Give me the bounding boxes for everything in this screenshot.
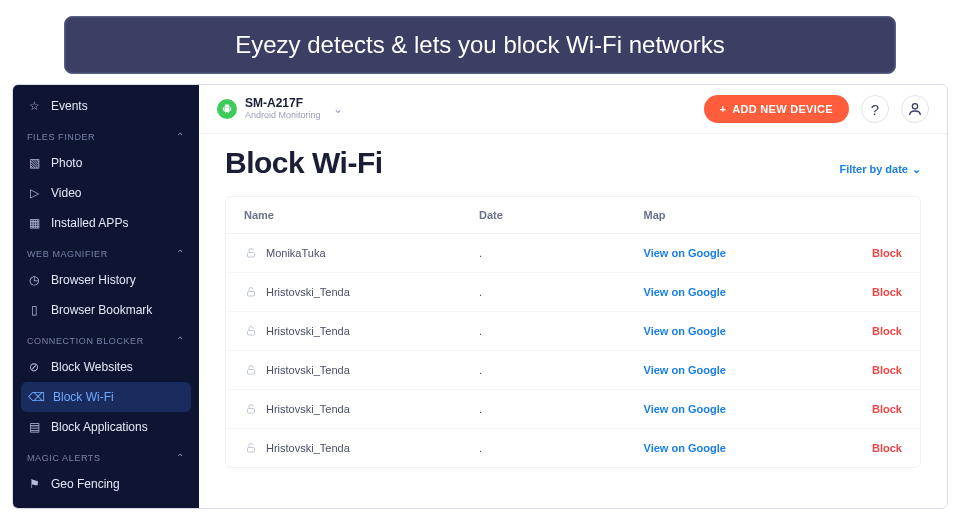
caption-banner: Eyezy detects & lets you block Wi-Fi net… bbox=[64, 16, 896, 74]
wifi-date: . bbox=[479, 364, 644, 376]
text-icon: Aa bbox=[27, 507, 41, 508]
sidebar-item-block-wifi[interactable]: ⌫ Block Wi-Fi bbox=[21, 382, 191, 412]
device-subtitle: Android Monitoring bbox=[245, 111, 321, 121]
wifi-icon: ⌫ bbox=[29, 390, 43, 404]
view-on-google-link[interactable]: View on Google bbox=[644, 403, 832, 415]
wifi-date: . bbox=[479, 247, 644, 259]
svg-point-0 bbox=[912, 104, 917, 109]
view-on-google-link[interactable]: View on Google bbox=[644, 442, 832, 454]
sidebar: ☆ Events FILES FINDER ⌃ ▧ Photo ▷ Video … bbox=[13, 85, 199, 508]
table-row: Hristovski_Tenda . View on Google Block bbox=[226, 429, 920, 467]
sidebar-item-browser-history[interactable]: ◷ Browser History bbox=[13, 265, 199, 295]
block-link[interactable]: Block bbox=[832, 364, 903, 376]
play-icon: ▷ bbox=[27, 186, 41, 200]
sidebar-item-label: Browser History bbox=[51, 273, 136, 287]
col-date: Date bbox=[479, 209, 644, 221]
android-icon bbox=[217, 99, 237, 119]
block-link[interactable]: Block bbox=[832, 442, 903, 454]
sidebar-item-installed-apps[interactable]: ▦ Installed APPs bbox=[13, 208, 199, 238]
wifi-name: Hristovski_Tenda bbox=[266, 442, 350, 454]
wifi-table: Name Date Map MonikaTuka . View on Googl… bbox=[225, 196, 921, 468]
clock-icon: ◷ bbox=[27, 273, 41, 287]
filter-by-date[interactable]: Filter by date ⌄ bbox=[840, 163, 921, 176]
chevron-down-icon: ⌄ bbox=[333, 102, 343, 116]
sidebar-item-block-websites[interactable]: ⊘ Block Websites bbox=[13, 352, 199, 382]
sidebar-item-events[interactable]: ☆ Events bbox=[13, 91, 199, 121]
apps-icon: ▤ bbox=[27, 420, 41, 434]
sidebar-item-browser-bookmark[interactable]: ▯ Browser Bookmark bbox=[13, 295, 199, 325]
sidebar-item-label: Video bbox=[51, 186, 81, 200]
sidebar-item-label: Keyword tracking bbox=[51, 507, 143, 508]
sidebar-item-label: Installed APPs bbox=[51, 216, 128, 230]
app-frame: ☆ Events FILES FINDER ⌃ ▧ Photo ▷ Video … bbox=[12, 84, 948, 509]
add-new-device-button[interactable]: + ADD NEW DEVICE bbox=[704, 95, 850, 123]
table-row: Hristovski_Tenda . View on Google Block bbox=[226, 351, 920, 390]
svg-rect-3 bbox=[248, 331, 255, 336]
wifi-name: MonikaTuka bbox=[266, 247, 326, 259]
wifi-name: Hristovski_Tenda bbox=[266, 364, 350, 376]
unlock-icon bbox=[244, 285, 258, 299]
topbar: SM-A217F Android Monitoring ⌄ + ADD NEW … bbox=[199, 85, 947, 134]
block-icon: ⊘ bbox=[27, 360, 41, 374]
sidebar-item-keyword-tracking[interactable]: Aa Keyword tracking bbox=[13, 499, 199, 508]
sidebar-item-block-applications[interactable]: ▤ Block Applications bbox=[13, 412, 199, 442]
view-on-google-link[interactable]: View on Google bbox=[644, 325, 832, 337]
sidebar-item-video[interactable]: ▷ Video bbox=[13, 178, 199, 208]
chevron-down-icon: ⌄ bbox=[912, 163, 921, 176]
sidebar-item-label: Events bbox=[51, 99, 88, 113]
chevron-up-icon: ⌃ bbox=[176, 131, 185, 142]
sidebar-section-files-finder[interactable]: FILES FINDER ⌃ bbox=[13, 121, 199, 148]
wifi-date: . bbox=[479, 442, 644, 454]
wifi-date: . bbox=[479, 403, 644, 415]
table-header: Name Date Map bbox=[226, 197, 920, 234]
sidebar-item-label: Browser Bookmark bbox=[51, 303, 152, 317]
wifi-date: . bbox=[479, 325, 644, 337]
table-row: MonikaTuka . View on Google Block bbox=[226, 234, 920, 273]
block-link[interactable]: Block bbox=[832, 247, 903, 259]
unlock-icon bbox=[244, 441, 258, 455]
svg-rect-1 bbox=[248, 253, 255, 258]
sidebar-section-magic-alerts[interactable]: MAGIC ALERTS ⌃ bbox=[13, 442, 199, 469]
table-row: Hristovski_Tenda . View on Google Block bbox=[226, 273, 920, 312]
wifi-name: Hristovski_Tenda bbox=[266, 325, 350, 337]
pin-icon: ⚑ bbox=[27, 477, 41, 491]
wifi-name: Hristovski_Tenda bbox=[266, 403, 350, 415]
wifi-name: Hristovski_Tenda bbox=[266, 286, 350, 298]
block-link[interactable]: Block bbox=[832, 286, 903, 298]
device-name: SM-A217F bbox=[245, 97, 321, 110]
grid-icon: ▦ bbox=[27, 216, 41, 230]
view-on-google-link[interactable]: View on Google bbox=[644, 247, 832, 259]
block-link[interactable]: Block bbox=[832, 325, 903, 337]
page-content: Block Wi-Fi Filter by date ⌄ Name Date M… bbox=[199, 134, 947, 468]
table-row: Hristovski_Tenda . View on Google Block bbox=[226, 390, 920, 429]
wifi-date: . bbox=[479, 286, 644, 298]
chevron-up-icon: ⌃ bbox=[176, 248, 185, 259]
sidebar-item-photo[interactable]: ▧ Photo bbox=[13, 148, 199, 178]
sidebar-item-label: Block Websites bbox=[51, 360, 133, 374]
unlock-icon bbox=[244, 246, 258, 260]
chevron-up-icon: ⌃ bbox=[176, 335, 185, 346]
main-panel: SM-A217F Android Monitoring ⌄ + ADD NEW … bbox=[199, 85, 947, 508]
sidebar-item-geo-fencing[interactable]: ⚑ Geo Fencing bbox=[13, 469, 199, 499]
bookmark-icon: ▯ bbox=[27, 303, 41, 317]
device-selector[interactable]: SM-A217F Android Monitoring ⌄ bbox=[217, 97, 692, 120]
svg-rect-4 bbox=[248, 370, 255, 375]
block-link[interactable]: Block bbox=[832, 403, 903, 415]
user-icon[interactable] bbox=[901, 95, 929, 123]
view-on-google-link[interactable]: View on Google bbox=[644, 364, 832, 376]
page-title: Block Wi-Fi bbox=[225, 146, 383, 180]
plus-icon: + bbox=[720, 103, 727, 115]
sidebar-section-connection-blocker[interactable]: CONNECTION BLOCKER ⌃ bbox=[13, 325, 199, 352]
col-map: Map bbox=[644, 209, 832, 221]
svg-rect-6 bbox=[248, 448, 255, 453]
view-on-google-link[interactable]: View on Google bbox=[644, 286, 832, 298]
help-icon[interactable]: ? bbox=[861, 95, 889, 123]
star-icon: ☆ bbox=[27, 99, 41, 113]
sidebar-item-label: Geo Fencing bbox=[51, 477, 120, 491]
unlock-icon bbox=[244, 402, 258, 416]
table-row: Hristovski_Tenda . View on Google Block bbox=[226, 312, 920, 351]
unlock-icon bbox=[244, 363, 258, 377]
col-name: Name bbox=[244, 209, 479, 221]
sidebar-section-web-magnifier[interactable]: WEB MAGNIFIER ⌃ bbox=[13, 238, 199, 265]
svg-rect-2 bbox=[248, 292, 255, 297]
